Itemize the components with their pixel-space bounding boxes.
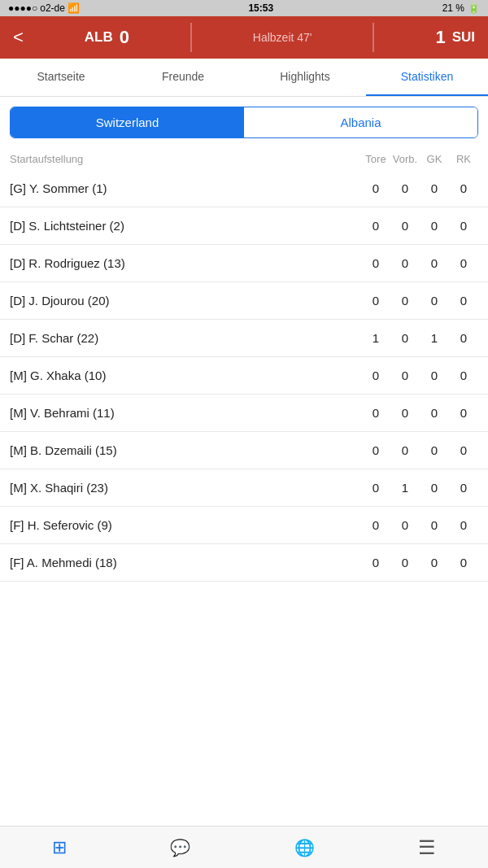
table-row: [M] G. Xhaka (10) 0 0 0 0 [0,357,488,395]
team-toggle: Switzerland Albania [10,107,478,138]
match-info: Halbzeit 47' [253,31,312,44]
stat-vorb: 0 [390,294,420,308]
stat-rk: 0 [449,331,478,345]
col-header-name: Startaufstellung [10,153,361,165]
bottom-bar: ⊞ 💬 🌐 ☰ [0,826,488,868]
stat-rk: 0 [449,369,478,382]
stat-vorb: 0 [390,219,420,233]
table-row: [D] J. Djourou (20) 0 0 0 0 [0,282,488,320]
stat-rk: 0 [449,181,478,195]
stat-tore: 0 [361,256,390,270]
stat-vorb: 0 [390,406,420,420]
stat-rk: 0 [449,256,478,270]
bottom-home-icon[interactable]: ⊞ [52,837,67,858]
bottom-menu-icon[interactable]: ☰ [418,836,436,859]
tab-startseite[interactable]: Startseite [0,59,122,96]
score-divider2 [373,23,374,52]
carrier-label: o2-de [40,2,65,14]
stat-vorb: 0 [390,369,420,382]
table-row: [D] S. Lichtsteiner (2) 0 0 0 0 [0,207,488,245]
player-name: [M] V. Behrami (11) [10,406,361,420]
table-row: [D] F. Schar (22) 1 0 1 0 [0,320,488,357]
status-battery: 21 % 🔋 [442,2,480,14]
stat-gk: 0 [420,481,449,495]
table-row: [M] X. Shaqiri (23) 0 1 0 0 [0,469,488,507]
stat-gk: 0 [420,181,449,195]
stat-tore: 0 [361,481,390,495]
battery-icon: 🔋 [468,2,480,14]
stat-vorb: 0 [390,331,420,345]
stat-rk: 0 [449,219,478,233]
main-content: Switzerland Albania Startaufstellung Tor… [0,107,488,630]
status-time: 15:53 [248,2,273,14]
stat-tore: 0 [361,556,390,569]
team-toggle-switzerland[interactable]: Switzerland [11,107,244,137]
player-name: [D] R. Rodriguez (13) [10,256,361,270]
stat-vorb: 0 [390,518,420,532]
wifi-icon: 📶 [68,2,80,14]
stat-vorb: 0 [390,556,420,569]
stat-gk: 0 [420,369,449,382]
col-header-tore: Tore [361,153,390,165]
table-row: [F] H. Seferovic (9) 0 0 0 0 [0,507,488,544]
table-row: [F] A. Mehmedi (18) 0 0 0 0 [0,544,488,582]
stat-gk: 0 [420,219,449,233]
stat-tore: 0 [361,181,390,195]
player-name: [D] J. Djourou (20) [10,294,361,308]
signal-icon: ●●●●○ [8,2,37,14]
table-row: [M] B. Dzemaili (15) 0 0 0 0 [0,432,488,469]
stat-tore: 1 [361,331,390,345]
stat-tore: 0 [361,518,390,532]
stat-rk: 0 [449,406,478,420]
team-right: 1 SUI [435,27,475,48]
stat-rk: 0 [449,481,478,495]
battery-label: 21 % [442,2,464,14]
stat-tore: 0 [361,443,390,457]
player-name: [G] Y. Sommer (1) [10,181,361,195]
team-left-name: ALB [85,29,113,46]
player-name: [M] X. Shaqiri (23) [10,481,361,495]
tab-freunde[interactable]: Freunde [122,59,244,96]
stat-tore: 0 [361,294,390,308]
player-name: [D] F. Schar (22) [10,331,361,345]
score-divider [190,23,192,52]
bottom-globe-icon[interactable]: 🌐 [294,838,315,857]
tab-highlights[interactable]: Highlights [244,59,366,96]
player-name: [M] G. Xhaka (10) [10,369,361,382]
stat-vorb: 1 [390,481,420,495]
col-header-rk: RK [449,153,478,165]
col-header-gk: GK [420,153,449,165]
bottom-chat-icon[interactable]: 💬 [170,838,190,857]
score-bar: < ALB 0 Halbzeit 47' 1 SUI [0,16,488,59]
tab-bar: Startseite Freunde Highlights Statistike… [0,59,488,97]
team-toggle-albania[interactable]: Albania [244,107,477,137]
back-button[interactable]: < [13,27,24,48]
col-header-vorb: Vorb. [390,153,420,165]
stat-vorb: 0 [390,181,420,195]
player-name: [D] S. Lichtsteiner (2) [10,219,361,233]
score-left: 0 [120,27,129,48]
stat-gk: 0 [420,256,449,270]
status-carrier: ●●●●○ o2-de 📶 [8,2,80,14]
table-header: Startaufstellung Tore Vorb. GK RK [0,148,488,170]
team-right-name: SUI [452,29,475,46]
stat-gk: 0 [420,406,449,420]
player-name: [M] B. Dzemaili (15) [10,443,361,457]
team-left: ALB 0 [85,27,129,48]
status-bar: ●●●●○ o2-de 📶 15:53 21 % 🔋 [0,0,488,16]
tab-statistiken[interactable]: Statistiken [366,59,488,96]
stat-rk: 0 [449,556,478,569]
table-row: [D] R. Rodriguez (13) 0 0 0 0 [0,245,488,282]
stat-vorb: 0 [390,443,420,457]
score-right: 1 [435,27,445,48]
stat-tore: 0 [361,369,390,382]
table-row: [M] V. Behrami (11) 0 0 0 0 [0,395,488,432]
stat-gk: 0 [420,518,449,532]
stat-rk: 0 [449,518,478,532]
stat-rk: 0 [449,294,478,308]
stat-gk: 0 [420,556,449,569]
stat-gk: 0 [420,294,449,308]
stat-rk: 0 [449,443,478,457]
player-name: [F] H. Seferovic (9) [10,518,361,532]
stat-tore: 0 [361,406,390,420]
